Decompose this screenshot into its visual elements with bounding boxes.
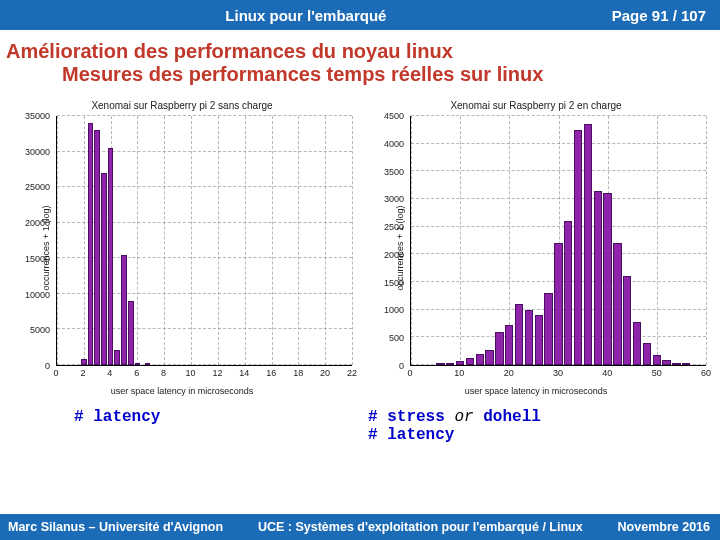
xtick: 0 (407, 368, 412, 378)
chart-bar (108, 148, 114, 365)
xtick: 6 (134, 368, 139, 378)
xtick: 30 (553, 368, 563, 378)
caption-right-line-1: # stress or dohell (368, 408, 720, 426)
chart-bar (554, 243, 562, 365)
chart-bar (574, 130, 582, 365)
ytick: 3500 (360, 167, 404, 177)
chart-left: Xenomai sur Raspberry pi 2 sans charge o… (8, 98, 356, 398)
chart-bar (525, 310, 533, 365)
chart-bar (114, 350, 120, 365)
chart-bar (564, 221, 572, 365)
xtick: 16 (266, 368, 276, 378)
chart-bar (145, 363, 151, 365)
chart-bar (81, 359, 87, 365)
footer-author: Marc Silanus – Université d'Avignon (0, 520, 223, 534)
charts-row: Xenomai sur Raspberry pi 2 sans charge o… (0, 90, 720, 398)
chart-right: Xenomai sur Raspberry pi 2 en charge occ… (362, 98, 710, 398)
chart-bar (643, 343, 651, 365)
xtick: 50 (652, 368, 662, 378)
chart-left-xticks: 0246810121416182022 (56, 368, 352, 380)
chart-left-xlabel: user space latency in microseconds (8, 386, 356, 396)
xtick: 4 (107, 368, 112, 378)
ytick: 15000 (6, 254, 50, 264)
ytick: 0 (6, 361, 50, 371)
chart-bar (436, 363, 444, 365)
ytick: 25000 (6, 182, 50, 192)
chart-bar (135, 363, 141, 365)
ytick: 1000 (360, 305, 404, 315)
chart-left-yticks: 05000100001500020000250003000035000 (8, 116, 52, 366)
ytick: 500 (360, 333, 404, 343)
header-bar: Linux pour l'embarqué Page 91 / 107 (0, 0, 720, 30)
chart-bar (662, 360, 670, 365)
xtick: 40 (602, 368, 612, 378)
caption-left-line: # latency (74, 408, 360, 426)
ytick: 10000 (6, 290, 50, 300)
xtick: 10 (454, 368, 464, 378)
ytick: 2500 (360, 222, 404, 232)
chart-left-title: Xenomai sur Raspberry pi 2 sans charge (8, 100, 356, 111)
chart-right-title: Xenomai sur Raspberry pi 2 en charge (362, 100, 710, 111)
page-indicator: Page 91 / 107 (612, 7, 720, 24)
chart-bar (121, 255, 127, 365)
chart-bar (682, 363, 690, 365)
chart-bar (485, 350, 493, 365)
chart-bar (515, 304, 523, 365)
chart-bar (505, 325, 513, 365)
ytick: 0 (360, 361, 404, 371)
caption-left: # latency (0, 408, 360, 444)
chart-bar (653, 355, 661, 365)
ytick: 4000 (360, 139, 404, 149)
chart-bar (584, 124, 592, 365)
ytick: 30000 (6, 147, 50, 157)
xtick: 20 (504, 368, 514, 378)
chart-bar (101, 173, 107, 365)
chart-right-xlabel: user space latency in microseconds (362, 386, 710, 396)
chart-bar (495, 332, 503, 365)
chart-bar (603, 193, 611, 365)
chart-bar (94, 130, 100, 365)
xtick: 60 (701, 368, 711, 378)
chart-bar (544, 293, 552, 365)
xtick: 8 (161, 368, 166, 378)
slide-heading-1: Amélioration des performances du noyau l… (6, 40, 714, 63)
xtick: 2 (80, 368, 85, 378)
chart-bar (613, 243, 621, 365)
xtick: 14 (239, 368, 249, 378)
chart-bar (446, 363, 454, 365)
captions-row: # latency # stress or dohell # latency (0, 398, 720, 444)
caption-right-line-2: # latency (368, 426, 720, 444)
chart-bar (88, 123, 94, 365)
heading-block: Amélioration des performances du noyau l… (0, 30, 720, 90)
xtick: 18 (293, 368, 303, 378)
ytick: 5000 (6, 325, 50, 335)
chart-bar (594, 191, 602, 365)
xtick: 22 (347, 368, 357, 378)
header-title: Linux pour l'embarqué (0, 7, 612, 24)
ytick: 35000 (6, 111, 50, 121)
footer-bar: Marc Silanus – Université d'Avignon UCE … (0, 514, 720, 540)
footer-date: Novembre 2016 (618, 520, 720, 534)
chart-right-xticks: 0102030405060 (410, 368, 706, 380)
chart-bar (466, 358, 474, 365)
xtick: 0 (53, 368, 58, 378)
chart-bar (672, 363, 680, 365)
ytick: 3000 (360, 194, 404, 204)
ytick: 2000 (360, 250, 404, 260)
xtick: 10 (186, 368, 196, 378)
ytick: 4500 (360, 111, 404, 121)
xtick: 12 (212, 368, 222, 378)
chart-bar (128, 301, 134, 365)
chart-bar (476, 354, 484, 365)
ytick: 1500 (360, 278, 404, 288)
caption-right: # stress or dohell # latency (360, 408, 720, 444)
chart-right-plot (410, 116, 706, 366)
chart-bar (633, 322, 641, 365)
ytick: 20000 (6, 218, 50, 228)
xtick: 20 (320, 368, 330, 378)
chart-bar (535, 315, 543, 365)
chart-bar (623, 276, 631, 365)
footer-course: UCE : Systèmes d'exploitation pour l'emb… (223, 520, 618, 534)
chart-bar (456, 361, 464, 365)
chart-right-yticks: 050010001500200025003000350040004500 (362, 116, 406, 366)
